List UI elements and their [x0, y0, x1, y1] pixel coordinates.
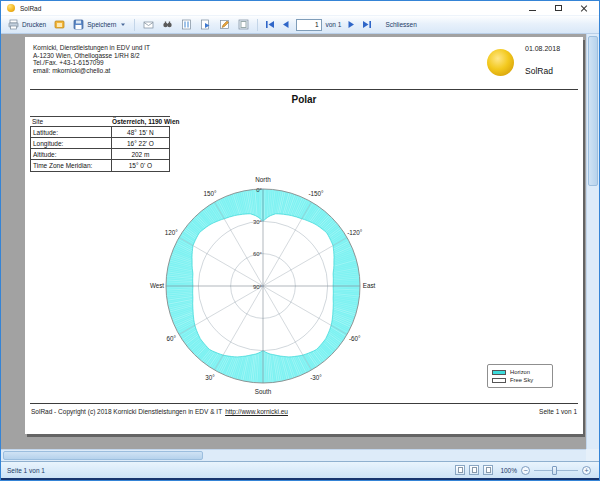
- print-button[interactable]: Drucken: [6, 18, 48, 31]
- status-bar: Seite 1 von 1 100% − +: [1, 461, 599, 478]
- print-label: Drucken: [22, 21, 46, 28]
- minimize-icon: [529, 10, 536, 11]
- legend-label: Horizon: [510, 369, 530, 375]
- page-view-button[interactable]: [236, 18, 251, 31]
- maximize-button[interactable]: [553, 3, 563, 13]
- app-icon: [7, 4, 15, 12]
- window-title: SolRad: [20, 5, 41, 12]
- legend-item: Horizon: [492, 368, 548, 376]
- find-button[interactable]: [160, 19, 175, 31]
- export-icon: [200, 19, 211, 30]
- minimize-button[interactable]: [527, 3, 537, 13]
- azimuth-label: -60°: [349, 335, 361, 342]
- legend-label: Free Sky: [510, 377, 533, 383]
- site-row-value: 15° 0' O: [112, 162, 169, 169]
- vertical-scrollbar-thumb[interactable]: [588, 36, 598, 186]
- view-mode-width-icon[interactable]: [483, 465, 493, 475]
- site-table: Site Österreich, 1190 Wien Latitude:48° …: [30, 116, 170, 172]
- columns-button[interactable]: [179, 18, 194, 31]
- site-row-value: 48° 15' N: [112, 129, 169, 136]
- save-button[interactable]: Speichern: [71, 18, 127, 31]
- email-button[interactable]: [141, 19, 156, 31]
- zoom-out-button[interactable]: −: [521, 466, 530, 475]
- sun-logo-icon: [487, 49, 514, 76]
- page-setup-icon: [54, 19, 65, 30]
- elevation-label: 0°: [256, 187, 262, 193]
- azimuth-label: 150°: [203, 190, 217, 197]
- azimuth-label: 120°: [165, 229, 179, 236]
- site-row-label: Latitude:: [31, 127, 112, 138]
- site-header-label: Site: [30, 118, 112, 125]
- azimuth-label: East: [363, 282, 376, 289]
- page-icon: [238, 19, 249, 30]
- company-line: email: mkornicki@chello.at: [33, 67, 150, 75]
- zoom-in-button[interactable]: +: [582, 466, 591, 475]
- site-table-header: Site Österreich, 1190 Wien: [30, 116, 170, 127]
- find-icon: [162, 20, 173, 30]
- view-mode-facing-icon[interactable]: [469, 465, 479, 475]
- legend-swatch: [492, 370, 506, 375]
- site-table-row: Latitude:48° 15' N: [31, 127, 169, 138]
- toolbar-separator: [134, 19, 135, 31]
- page-number-input[interactable]: [296, 19, 322, 31]
- website-link[interactable]: http://www.kornicki.eu: [225, 408, 288, 415]
- company-line: Kornicki, Dienstleistungen in EDV und IT: [33, 44, 150, 52]
- header-divider: [30, 89, 578, 90]
- zoom-slider[interactable]: [534, 466, 578, 475]
- page-footer: SolRad - Copyright (c) 2018 Kornicki Die…: [31, 408, 577, 415]
- elevation-label: 30°: [253, 219, 263, 225]
- site-row-value: 16° 22' O: [112, 140, 169, 147]
- next-page-button[interactable]: [345, 18, 357, 31]
- close-icon: [580, 4, 588, 12]
- export-button[interactable]: [198, 18, 213, 31]
- email-icon: [143, 20, 154, 30]
- document-page: Kornicki, Dienstleistungen in EDV und IT…: [25, 37, 583, 434]
- horizontal-scrollbar-thumb[interactable]: [3, 451, 203, 460]
- site-row-label: Longitude:: [31, 138, 112, 149]
- page-setup-button[interactable]: [52, 18, 67, 31]
- azimuth-label: West: [150, 282, 164, 289]
- azimuth-label: South: [255, 388, 272, 395]
- logo-text: SolRad: [525, 66, 553, 76]
- close-button[interactable]: [579, 3, 589, 13]
- last-page-icon: [362, 20, 372, 29]
- first-page-button[interactable]: [264, 18, 276, 31]
- elevation-label: 90°: [253, 284, 263, 290]
- legend-item: Free Sky: [492, 376, 548, 384]
- close-preview-button[interactable]: Schliessen: [383, 20, 418, 29]
- save-label: Speichern: [87, 21, 116, 28]
- edit-button[interactable]: [217, 18, 232, 31]
- horizontal-scrollbar[interactable]: [1, 449, 586, 461]
- vertical-scrollbar[interactable]: [586, 34, 599, 449]
- print-icon: [8, 19, 19, 30]
- azimuth-label: 30°: [205, 374, 215, 381]
- next-page-icon: [347, 20, 355, 29]
- site-row-value: 202 m: [112, 151, 169, 158]
- toolbar: Drucken Speichern: [1, 15, 599, 34]
- footer-page-number: Seite 1 von 1: [539, 408, 577, 415]
- scrollbar-corner: [586, 449, 599, 461]
- site-row-label: Altitude:: [31, 149, 112, 160]
- footer-divider: [30, 403, 578, 404]
- page-count-label: von 1: [326, 21, 342, 28]
- status-page-text: Seite 1 von 1: [7, 467, 45, 474]
- first-page-icon: [265, 20, 275, 29]
- zoom-level: 100%: [500, 467, 517, 474]
- copyright-text: SolRad - Copyright (c) 2018 Kornicki Die…: [31, 408, 222, 415]
- columns-icon: [181, 19, 192, 30]
- prev-page-button[interactable]: [280, 18, 292, 31]
- azimuth-label: -30°: [310, 374, 322, 381]
- view-mode-single-icon[interactable]: [455, 465, 465, 475]
- preview-area: Kornicki, Dienstleistungen in EDV und IT…: [1, 34, 599, 461]
- zoom-slider-thumb[interactable]: [552, 466, 557, 475]
- company-block: Kornicki, Dienstleistungen in EDV und IT…: [33, 44, 150, 74]
- company-line: A-1230 Wien, Othellogasse 1/RH 8/2: [33, 52, 150, 60]
- last-page-button[interactable]: [361, 18, 373, 31]
- toolbar-separator: [257, 19, 258, 31]
- site-table-row: Altitude:202 m: [31, 149, 169, 160]
- site-row-label: Time Zone Meridian:: [31, 160, 112, 171]
- site-table-rows: Latitude:48° 15' NLongitude:16° 22' OAlt…: [30, 127, 170, 172]
- company-line: Tel./Fax. +43-1-6157099: [33, 59, 150, 67]
- edit-icon: [219, 19, 230, 30]
- legend-swatch: [492, 378, 506, 383]
